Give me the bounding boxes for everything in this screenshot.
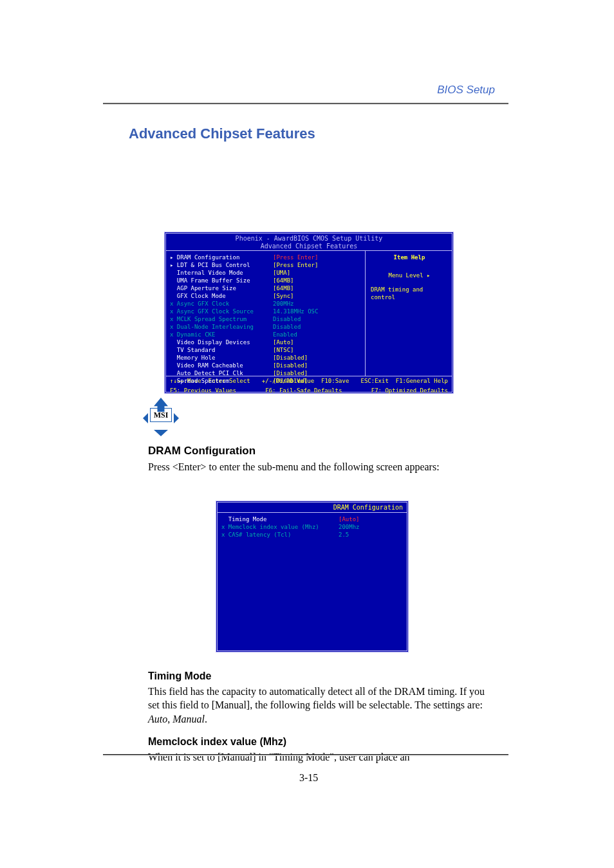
- msi-logo-icon: MSI: [145, 398, 177, 432]
- bios2-title: DRAM Configuration: [218, 503, 407, 512]
- bios-title: Phoenix - AwardBIOS CMOS Setup Utility A…: [166, 234, 452, 250]
- row-gfx-clock-mode: GFX Clock Mode[Sync]: [170, 292, 364, 300]
- footer-line2-mid: F6: Fail-Safe Defaults: [265, 387, 342, 394]
- row-tv-std: TV Standard[NTSC]: [170, 346, 364, 354]
- page: BIOS Setup Advanced Chipset Features Pho…: [0, 0, 614, 868]
- prose3-body: When it is set to [Manual] in "Timing Mo…: [148, 750, 496, 764]
- row-cas-latency: x CAS# latency (Tcl)2.5: [221, 531, 403, 539]
- bios-right-pane: Item Help Menu Level ▸ DRAM timing and c…: [365, 251, 452, 376]
- row-mclk-ss: x MCLK Spread SpectrumDisabled: [170, 315, 364, 323]
- row-uma-buffer: UMA Frame Buffer Size[64MB]: [170, 277, 364, 284]
- row-video-display: Video Display Devices[Auto]: [170, 338, 364, 346]
- divider-bottom-shadow: [103, 755, 508, 756]
- footer-line2-left: F5: Previous Values: [170, 387, 236, 394]
- row-auto-detect-pci: Auto Detect PCI Clk[Disabled]: [170, 369, 364, 377]
- row-memclock-index: x Memclock index value (Mhz)200Mhz: [221, 523, 403, 531]
- section-title: Advanced Chipset Features: [129, 125, 315, 142]
- divider-shadow: [103, 104, 508, 105]
- item-help-title: Item Help: [371, 254, 448, 261]
- bios-left-pane: ▸ DRAM Configuration[Press Enter] ▸ LDT …: [166, 251, 365, 376]
- row-ldt-pci: ▸ LDT & PCI Bus Control[Press Enter]: [170, 261, 364, 269]
- prose-timing-mode: Timing Mode This field has the capacity …: [148, 669, 496, 773]
- row-spread-spectrum: Spread Spectrum[Disabled]: [170, 377, 364, 385]
- bios2-body: Timing Mode[Auto] x Memclock index value…: [218, 512, 407, 541]
- row-vram-cache: Video RAM Cacheable[Disabled]: [170, 362, 364, 369]
- row-dynamic-cke: x Dynamic CKEEnabled: [170, 331, 364, 338]
- prose2-heading: Timing Mode: [148, 669, 496, 683]
- row-dram-config: ▸ DRAM Configuration[Press Enter]: [170, 254, 364, 261]
- bios-body: ▸ DRAM Configuration[Press Enter] ▸ LDT …: [166, 250, 452, 376]
- prose3-heading: Memclock index value (Mhz): [148, 735, 496, 749]
- bios-title-line1: Phoenix - AwardBIOS CMOS Setup Utility: [236, 235, 383, 242]
- bios-title-line2: Advanced Chipset Features: [261, 243, 358, 250]
- row-timing-mode: Timing Mode[Auto]: [221, 515, 403, 523]
- prose-dram-config: DRAM Configuration Press <Enter> to ente…: [148, 444, 496, 481]
- help-desc: DRAM timing and control: [371, 286, 448, 301]
- row-memory-hole: Memory Hole[Disabled]: [170, 354, 364, 362]
- row-agp-aperture: AGP Aperture Size[64MB]: [170, 284, 364, 292]
- row-dual-node: x Dual-Node InterleavingDisabled: [170, 323, 364, 331]
- bios-footer2: F5: Previous Values F6: Fail-Safe Defaul…: [166, 386, 452, 396]
- header-right: BIOS Setup: [437, 84, 495, 97]
- footer-line1-right: ESC:Exit F1:General Help: [361, 378, 448, 385]
- bios-screenshot-dram-config: DRAM Configuration Timing Mode[Auto] x M…: [216, 501, 409, 652]
- prose-body: Press <Enter> to enter the sub-menu and …: [148, 460, 496, 474]
- prose-heading: DRAM Configuration: [148, 444, 496, 459]
- bios-screenshot-advanced-chipset: Phoenix - AwardBIOS CMOS Setup Utility A…: [164, 232, 454, 394]
- footer-line2-right: F7: Optimized Defaults: [371, 387, 448, 394]
- page-number: 3-15: [299, 772, 318, 784]
- row-internal-video: Internal Video Mode[UMA]: [170, 269, 364, 277]
- menu-level: Menu Level ▸: [371, 272, 448, 279]
- row-async-gfx: x Async GFX Clock200MHz: [170, 300, 364, 308]
- prose2-body: This field has the capacity to automatic…: [148, 685, 496, 726]
- chevron-right-icon: ▸: [427, 272, 430, 279]
- row-async-gfx-src: x Async GFX Clock Source14.318MHz OSC: [170, 308, 364, 315]
